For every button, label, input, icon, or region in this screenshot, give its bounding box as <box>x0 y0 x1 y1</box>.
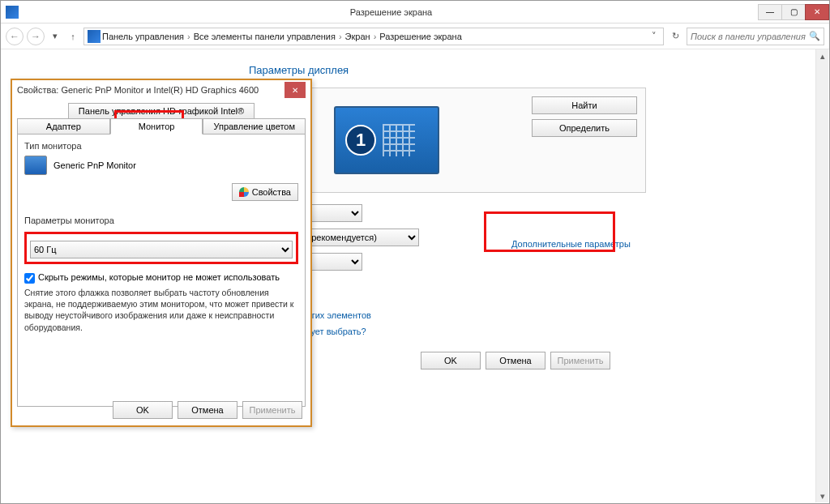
monitor-icon <box>24 156 47 175</box>
tab-panel: Тип монитора Generic PnP Monitor Свойств… <box>17 135 306 407</box>
navbar: ← → ▾ ↑ Панель управления› Все элементы … <box>1 23 829 49</box>
refresh-icon[interactable]: ↻ <box>667 31 683 41</box>
scrollbar[interactable]: ▴ ▾ <box>815 49 828 502</box>
control-panel-icon <box>88 30 101 43</box>
app-icon <box>6 6 19 19</box>
breadcrumb[interactable]: Панель управления› Все элементы панели у… <box>83 28 664 45</box>
identify-button[interactable]: Определить <box>532 119 637 137</box>
ok-button[interactable]: OK <box>421 352 481 369</box>
monitor-grid-icon <box>383 124 415 156</box>
refresh-rate-select[interactable]: 60 Гц <box>30 241 293 258</box>
minimize-button[interactable]: — <box>758 4 782 20</box>
scroll-up-icon[interactable]: ▴ <box>816 49 828 62</box>
monitor-name: Generic PnP Monitor <box>53 160 136 170</box>
titlebar: Разрешение экрана — ▢ ✕ <box>1 1 829 23</box>
monitor-params-label: Параметры монитора <box>24 216 298 225</box>
shield-icon <box>239 187 249 197</box>
refresh-rate-group: Частота обновления экрана: 60 Гц <box>24 232 298 264</box>
close-button[interactable]: ✕ <box>805 4 829 20</box>
monitor-thumbnail[interactable]: 1 <box>334 106 439 174</box>
properties-button[interactable]: Свойства <box>232 183 298 201</box>
page-heading: Параметры дисплея <box>249 64 813 76</box>
maximize-button[interactable]: ▢ <box>781 4 806 20</box>
tab-intel-graphics[interactable]: Панель управления HD-графикой Intel® <box>68 103 255 119</box>
breadcrumb-seg[interactable]: Экран <box>345 32 370 41</box>
monitor-number: 1 <box>345 125 376 156</box>
tab-adapter[interactable]: Адаптер <box>17 118 110 135</box>
up-button[interactable]: ▾ <box>48 31 62 41</box>
breadcrumb-seg[interactable]: Панель управления <box>102 32 184 41</box>
dialog-apply-button: Применить <box>242 401 302 419</box>
search-input[interactable] <box>691 32 809 41</box>
back-button[interactable]: ← <box>6 28 24 45</box>
advanced-settings-link[interactable]: Дополнительные параметры <box>511 239 631 249</box>
apply-button: Применить <box>550 352 610 369</box>
cancel-button[interactable]: Отмена <box>486 352 545 369</box>
dialog-close-button[interactable]: ✕ <box>285 82 306 98</box>
breadcrumb-seg[interactable]: Все элементы панели управления <box>194 32 336 41</box>
monitor-properties-dialog: Свойства: Generic PnP Monitor и Intel(R)… <box>11 79 312 427</box>
monitor-type-label: Тип монитора <box>24 141 298 151</box>
window-title: Разрешение экрана <box>24 7 759 17</box>
breadcrumb-dropdown[interactable]: ˅ <box>648 31 660 41</box>
forward-button[interactable]: → <box>27 28 45 45</box>
dialog-cancel-button[interactable]: Отмена <box>178 401 237 419</box>
hide-modes-hint: Снятие этого флажка позволяет выбрать ча… <box>24 287 298 333</box>
breadcrumb-seg[interactable]: Разрешение экрана <box>379 32 461 41</box>
search-box[interactable]: 🔍 <box>687 28 824 45</box>
hide-modes-checkbox[interactable] <box>24 273 35 284</box>
scroll-down-icon[interactable]: ▾ <box>816 489 828 502</box>
search-icon[interactable]: 🔍 <box>809 31 820 41</box>
tab-color-management[interactable]: Управление цветом <box>203 118 306 135</box>
hide-modes-label: Скрыть режимы, которые монитор не может … <box>38 272 280 282</box>
dialog-ok-button[interactable]: OK <box>113 401 173 419</box>
tab-monitor[interactable]: Монитор <box>110 118 203 135</box>
detect-button[interactable]: Найти <box>532 96 637 114</box>
up-arrow-button[interactable]: ↑ <box>66 32 80 41</box>
dialog-title: Свойства: Generic PnP Monitor и Intel(R)… <box>17 85 285 95</box>
